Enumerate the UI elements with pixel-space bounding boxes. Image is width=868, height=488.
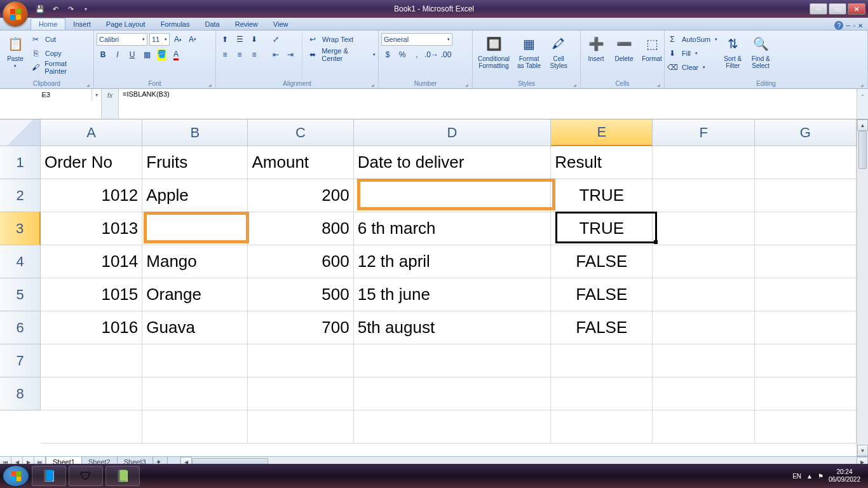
font-name-select[interactable]: Calibri▾: [97, 33, 147, 46]
paste-button[interactable]: 📋 Paste ▾: [3, 32, 28, 78]
cell[interactable]: [653, 311, 754, 344]
doc-close-icon[interactable]: ✕: [858, 22, 863, 29]
align-right-button[interactable]: ≡: [248, 48, 261, 61]
format-as-table-button[interactable]: ▦Format as Table: [515, 32, 543, 78]
accounting-button[interactable]: $: [381, 48, 394, 61]
cell[interactable]: [142, 410, 248, 444]
cell[interactable]: 1015: [41, 278, 142, 311]
cell[interactable]: Apple: [142, 179, 248, 212]
comma-button[interactable]: ,: [410, 48, 423, 61]
close-button[interactable]: ✕: [848, 3, 865, 15]
cell[interactable]: Order No: [41, 146, 142, 179]
delete-cells-button[interactable]: ➖Delete: [611, 32, 637, 78]
cell[interactable]: [248, 344, 353, 377]
cell[interactable]: Guava: [142, 311, 248, 344]
cell[interactable]: [653, 410, 754, 444]
indent-increase-button[interactable]: ⇥: [284, 48, 297, 61]
cell[interactable]: [354, 377, 552, 410]
cell[interactable]: 1016: [41, 311, 142, 344]
cell[interactable]: 6 th march: [354, 212, 552, 245]
expand-formula-bar-icon[interactable]: ⌄: [857, 89, 868, 119]
cut-button[interactable]: Cut: [43, 35, 58, 44]
cell[interactable]: 700: [248, 311, 353, 344]
cell[interactable]: [354, 344, 552, 377]
cell[interactable]: Amount: [248, 146, 353, 179]
cell[interactable]: [755, 377, 857, 410]
row-header-2[interactable]: 2: [0, 179, 41, 212]
align-bottom-button[interactable]: ⬇: [248, 33, 261, 46]
cell[interactable]: [755, 179, 857, 212]
align-top-button[interactable]: ⬆: [219, 33, 231, 46]
cell[interactable]: 15 th june: [354, 278, 552, 311]
tab-page-layout[interactable]: Page Layout: [98, 18, 153, 30]
cell[interactable]: [248, 410, 353, 444]
taskbar-app-word[interactable]: 📘: [32, 466, 66, 486]
tray-flag-icon[interactable]: ⚑: [818, 473, 824, 480]
cell[interactable]: [653, 179, 754, 212]
underline-button[interactable]: U: [126, 48, 139, 61]
col-header-D[interactable]: D: [354, 119, 552, 146]
cell[interactable]: [755, 344, 857, 377]
name-box-input[interactable]: [0, 89, 92, 100]
cell[interactable]: FALSE: [551, 311, 653, 344]
tab-insert[interactable]: Insert: [65, 18, 98, 30]
tab-formulas[interactable]: Formulas: [153, 18, 198, 30]
bold-button[interactable]: B: [97, 48, 109, 61]
cell[interactable]: TRUE: [551, 212, 653, 245]
cell-styles-button[interactable]: 🖍Cell Styles: [546, 32, 571, 78]
cell[interactable]: FALSE: [551, 245, 653, 278]
autosum-button[interactable]: AutoSum: [679, 35, 713, 44]
cell[interactable]: 1012: [41, 179, 142, 212]
save-icon[interactable]: 💾: [33, 3, 47, 15]
cell[interactable]: [653, 278, 754, 311]
decrease-decimal-button[interactable]: .00: [440, 48, 452, 61]
scroll-up-button[interactable]: ▲: [857, 119, 868, 131]
fill-color-button[interactable]: 🪣: [155, 48, 168, 61]
tab-review[interactable]: Review: [227, 18, 266, 30]
col-header-E[interactable]: E: [551, 119, 653, 146]
cell[interactable]: Orange: [142, 278, 248, 311]
cell[interactable]: 12 th april: [354, 245, 552, 278]
cell[interactable]: Mango: [142, 245, 248, 278]
minimize-button[interactable]: ─: [810, 3, 827, 15]
col-header-C[interactable]: C: [248, 119, 353, 146]
worksheet-grid[interactable]: ABCDEFG 12345678 Order NoFruitsAmountDat…: [0, 119, 868, 456]
cell[interactable]: [551, 410, 653, 444]
row-header-7[interactable]: 7: [0, 344, 41, 377]
col-header-G[interactable]: G: [755, 119, 857, 146]
tray-lang[interactable]: EN: [792, 473, 801, 480]
align-center-button[interactable]: ≡: [233, 48, 246, 61]
tray-chevron-icon[interactable]: ▲: [806, 473, 813, 480]
align-left-button[interactable]: ≡: [219, 48, 231, 61]
cell[interactable]: [41, 377, 142, 410]
wrap-text-button[interactable]: Wrap Text: [320, 35, 356, 44]
cell[interactable]: [551, 377, 653, 410]
cell[interactable]: [551, 344, 653, 377]
format-cells-button[interactable]: ⬚Format: [639, 32, 665, 78]
cell[interactable]: [354, 410, 552, 444]
cell[interactable]: [755, 245, 857, 278]
italic-button[interactable]: I: [111, 48, 124, 61]
ribbon-min-icon[interactable]: ─: [846, 22, 850, 29]
name-box-dropdown-icon[interactable]: ▼: [92, 89, 101, 100]
undo-icon[interactable]: ↶: [48, 3, 62, 15]
tab-view[interactable]: View: [266, 18, 296, 30]
cell[interactable]: [41, 344, 142, 377]
cell[interactable]: [248, 377, 353, 410]
cell[interactable]: 500: [248, 278, 353, 311]
insert-cells-button[interactable]: ➕Insert: [583, 32, 609, 78]
cell[interactable]: [142, 344, 248, 377]
tab-data[interactable]: Data: [197, 18, 227, 30]
cell[interactable]: [142, 377, 248, 410]
taskbar-app-browser[interactable]: 🛡: [69, 466, 103, 486]
cell[interactable]: [653, 377, 754, 410]
orientation-button[interactable]: ⤢: [269, 33, 282, 46]
cell[interactable]: 1013: [41, 212, 142, 245]
grow-font-button[interactable]: A▴: [172, 33, 184, 46]
cell[interactable]: [755, 410, 857, 444]
cell[interactable]: [142, 212, 248, 245]
row-header-1[interactable]: 1: [0, 146, 41, 179]
cell[interactable]: [41, 410, 142, 444]
start-button[interactable]: [3, 465, 29, 487]
scroll-down-button[interactable]: ▼: [857, 445, 868, 456]
